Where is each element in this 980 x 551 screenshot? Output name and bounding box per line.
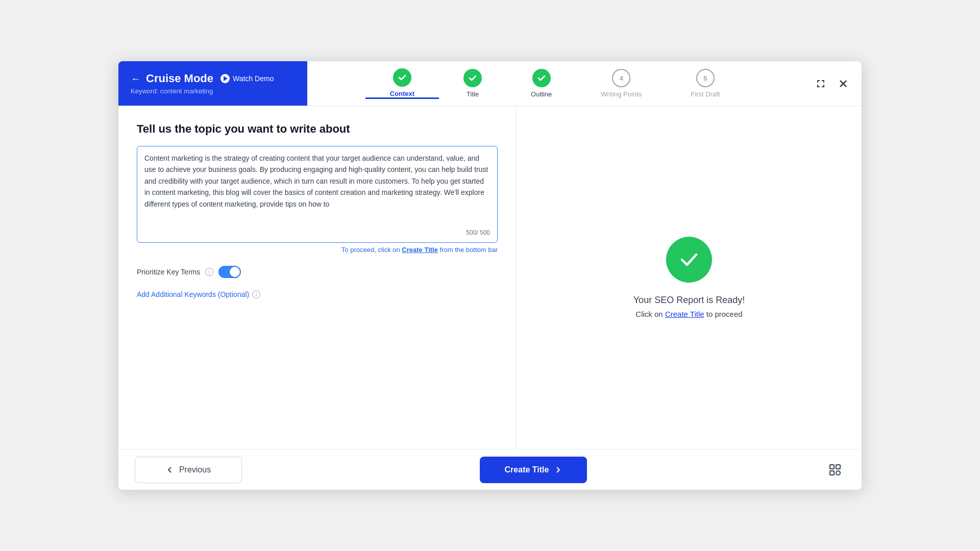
char-count: 500/ 500 [144, 229, 490, 236]
prioritize-toggle[interactable] [218, 266, 241, 278]
step-outline[interactable]: Outline [506, 69, 576, 98]
footer-scan-icon[interactable] [825, 460, 845, 480]
svg-rect-4 [830, 471, 834, 475]
prioritize-row: Prioritize Key Terms i [137, 266, 498, 278]
previous-arrow-icon [166, 466, 174, 474]
step-title-circle [463, 69, 482, 87]
step-writing-points[interactable]: 4 Writing Points [576, 69, 666, 98]
create-title-arrow-icon [554, 466, 562, 474]
add-keywords-link[interactable]: Add Additional Keywords (Optional) i [137, 290, 498, 298]
header-left: ← Cruise Mode Watch Demo Keyword: conten… [118, 61, 307, 106]
keywords-info-icon[interactable]: i [252, 290, 260, 298]
keyword-label: Keyword: content marketing [131, 87, 295, 95]
header: ← Cruise Mode Watch Demo Keyword: conten… [118, 61, 862, 106]
step-context-circle [393, 68, 411, 87]
play-icon [220, 74, 230, 83]
step-title[interactable]: Title [439, 69, 506, 98]
step-first-draft-circle: 5 [696, 69, 715, 87]
right-panel: Your SEO Report is Ready! Click on Creat… [517, 106, 862, 449]
seo-ready-icon [666, 237, 712, 283]
proceed-hint-link[interactable]: Create Title [402, 246, 438, 254]
left-panel: Tell us the topic you want to write abou… [118, 106, 517, 449]
toggle-knob [230, 267, 240, 277]
svg-point-5 [836, 471, 840, 475]
prioritize-info-icon[interactable]: i [205, 268, 213, 276]
step-first-draft[interactable]: 5 First Draft [666, 69, 744, 98]
create-title-button[interactable]: Create Title [480, 457, 587, 483]
previous-button[interactable]: Previous [135, 457, 242, 483]
svg-rect-3 [836, 465, 840, 469]
topic-textarea[interactable]: Content marketing is the strategy of cre… [144, 153, 490, 224]
close-icon[interactable] [835, 76, 851, 92]
step-context[interactable]: Context [365, 68, 439, 99]
modal-wrapper: ← Cruise Mode Watch Demo Keyword: conten… [118, 61, 862, 490]
cruise-mode-title: Cruise Mode [146, 72, 213, 85]
expand-icon[interactable] [813, 76, 829, 92]
panel-title: Tell us the topic you want to write abou… [137, 122, 498, 136]
step-outline-circle [532, 69, 551, 87]
proceed-hint: To proceed, click on Create Title from t… [137, 246, 498, 254]
step-title-label: Title [467, 90, 479, 98]
steps-nav: Context Title Outline 4 [307, 61, 802, 106]
step-first-draft-label: First Draft [691, 90, 720, 98]
step-writing-points-circle: 4 [612, 69, 630, 87]
main-content: Tell us the topic you want to write abou… [118, 106, 862, 449]
seo-ready-create-link[interactable]: Create Title [665, 310, 704, 318]
footer: Previous Create Title [118, 449, 862, 490]
header-left-top: ← Cruise Mode Watch Demo [131, 72, 295, 85]
svg-rect-2 [830, 465, 834, 469]
header-icons [802, 61, 862, 106]
step-context-label: Context [390, 90, 414, 97]
seo-ready-sub: Click on Create Title to proceed [635, 310, 742, 318]
back-arrow-icon[interactable]: ← [131, 73, 141, 85]
seo-ready-title: Your SEO Report is Ready! [633, 295, 745, 306]
step-outline-label: Outline [531, 90, 552, 98]
watch-demo-link[interactable]: Watch Demo [220, 74, 274, 83]
prioritize-label: Prioritize Key Terms [137, 268, 200, 276]
step-writing-points-label: Writing Points [601, 90, 642, 98]
textarea-wrapper: Content marketing is the strategy of cre… [137, 146, 498, 243]
